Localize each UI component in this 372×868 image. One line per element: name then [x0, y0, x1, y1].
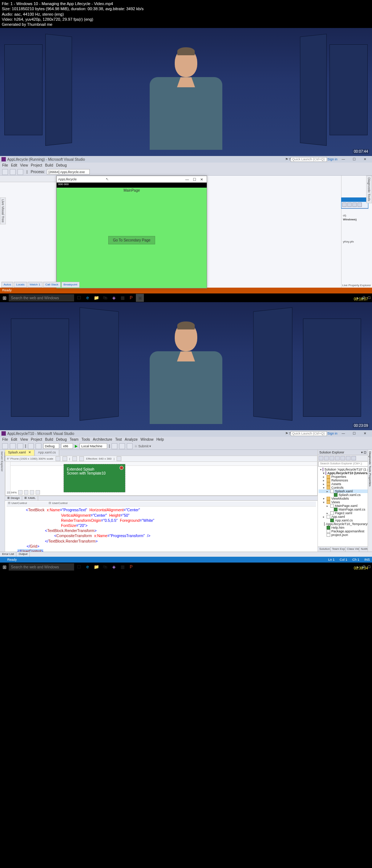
diagnostic-tools-tab[interactable]: Diagnostic Tools	[366, 176, 372, 203]
flag-icon[interactable]: ⚑	[285, 157, 288, 161]
diag-tool-icon[interactable]	[342, 203, 347, 207]
tree-item[interactable]: ▸Assets	[319, 482, 371, 486]
edge-icon[interactable]: e	[84, 294, 92, 302]
toolbar-undo-icon[interactable]	[28, 443, 34, 449]
close-button[interactable]: ✕	[360, 432, 371, 435]
menu-tools[interactable]: Tools	[81, 437, 90, 442]
toolbar-redo-icon[interactable]	[36, 443, 41, 449]
solution-tree[interactable]: ▾Solution 'AppLifecycleT10' (1 project) …	[318, 467, 372, 547]
toolbar-nav-icon[interactable]	[2, 443, 8, 449]
task-view-icon[interactable]: ☐	[75, 563, 83, 571]
sol-tab-class[interactable]: Class Vie...	[345, 547, 359, 552]
tree-item[interactable]: ▸Page2.xaml	[319, 511, 371, 515]
tab-autos[interactable]: Autos	[1, 282, 13, 288]
output-tab[interactable]: Output	[16, 552, 30, 557]
toolbar-open-icon[interactable]	[10, 443, 16, 449]
tree-item[interactable]: App.xaml.cs	[319, 519, 371, 522]
powerpoint-icon[interactable]: P	[127, 294, 135, 302]
toolbar-back-icon[interactable]	[2, 169, 8, 175]
app-minimize-button[interactable]: —	[183, 177, 191, 181]
server-explorer-tab[interactable]: Server Explorer	[0, 451, 4, 549]
file-tab-splash[interactable]: Splash.xaml ✕	[5, 450, 35, 456]
app-maximize-button[interactable]: ☐	[191, 177, 198, 181]
error-list-tab[interactable]: Error List	[0, 552, 16, 557]
menu-file[interactable]: File	[2, 163, 8, 168]
live-visual-tree-tab[interactable]: Live Visual Tree	[0, 197, 6, 224]
flag-icon[interactable]: ⚑	[285, 432, 288, 435]
properties-tab[interactable]: Properties	[368, 473, 372, 487]
zoom-fit-icon[interactable]	[18, 490, 23, 495]
running-app-taskbar-icon[interactable]: ▣	[136, 294, 144, 302]
menu-file[interactable]: File	[2, 437, 8, 442]
live-property-explorer-tab[interactable]: Live Property Explorer	[342, 284, 371, 287]
xaml-editor[interactable]: ⊡ UserControl ⊡ UserControl <TextBlock x…	[5, 501, 318, 552]
menu-view[interactable]: View	[20, 437, 28, 442]
menu-build[interactable]: Build	[45, 163, 53, 168]
menu-debug[interactable]: Debug	[56, 437, 66, 442]
menu-analyze[interactable]: Analyze	[125, 437, 138, 442]
tree-item[interactable]: ▸MainPage.xaml	[319, 504, 371, 508]
sign-in-link[interactable]: Sign in	[327, 432, 338, 435]
tree-item[interactable]: Help.htm	[319, 526, 371, 529]
tree-item[interactable]: ▾ViewModels	[319, 497, 371, 500]
start-button[interactable]: ⊞	[1, 563, 8, 571]
menu-view[interactable]: View	[20, 163, 28, 168]
xaml-split-tab[interactable]: ⊞ XAML	[22, 496, 38, 500]
platform-dropdown[interactable]: x86	[61, 443, 73, 449]
diagnostic-tools-tab[interactable]: Diagnostic Tools	[368, 451, 372, 472]
sol-tab-team[interactable]: Team Expl...	[331, 547, 345, 552]
tree-item[interactable]: ▸References	[319, 479, 371, 482]
toolbar-stop-icon[interactable]	[17, 169, 23, 175]
menu-window[interactable]: Window	[141, 437, 154, 442]
tab-locals[interactable]: Locals	[14, 282, 27, 288]
target-dropdown[interactable]: Local Machine	[80, 443, 107, 449]
tree-item[interactable]: ▸Splash.xaml	[319, 489, 371, 493]
tree-item[interactable]: ▾Views	[319, 500, 371, 504]
tree-item[interactable]: Package.appxmanifest	[319, 529, 371, 533]
app-taskbar-icon[interactable]: ▦	[118, 563, 126, 571]
xaml-code[interactable]: <TextBlock x:Name="ProgressText" Horizon…	[7, 507, 316, 552]
explorer-icon[interactable]: 📁	[92, 563, 100, 571]
tree-item[interactable]: AppLifecycleT10_TemporaryKey.pfx	[319, 522, 371, 526]
toolbar-save-icon[interactable]	[17, 443, 23, 449]
run-icon[interactable]: ▶	[75, 444, 78, 448]
edge-icon[interactable]: e	[84, 563, 92, 571]
task-view-icon[interactable]: ☐	[75, 294, 83, 302]
zoom-level[interactable]: 22.94%	[7, 491, 17, 494]
menu-team[interactable]: Team	[70, 437, 78, 442]
app-close-button[interactable]: ✕	[198, 177, 205, 181]
minimize-button[interactable]: —	[338, 432, 349, 435]
toolbar-pause-icon[interactable]	[10, 169, 16, 175]
tree-item[interactable]: ▸App.xaml	[319, 515, 371, 519]
device-dropdown[interactable]: 5" Phone (1920 x 1080) 300% scale	[7, 457, 53, 460]
process-dropdown[interactable]: [26664] AppLifecycle.exe	[47, 169, 90, 175]
sol-home-icon[interactable]	[319, 456, 323, 460]
menu-project[interactable]: Project	[31, 437, 42, 442]
quick-launch[interactable]: Quick Launch (Ctrl+Q)	[291, 431, 327, 436]
quick-launch[interactable]: Quick Launch (Ctrl+Q)	[291, 157, 327, 162]
menu-test[interactable]: Test	[115, 437, 122, 442]
tab-callstack[interactable]: Call Stack	[43, 282, 61, 288]
tree-item[interactable]: ▸Properties	[319, 475, 371, 479]
file-tab-app[interactable]: App.xaml.cs	[35, 450, 59, 456]
design-surface-splash[interactable]: Extended Splash Screen with Template10	[64, 464, 125, 492]
vs-taskbar-icon[interactable]: ◈	[110, 563, 118, 571]
store-icon[interactable]: 🛍	[101, 563, 109, 571]
explorer-icon[interactable]: 📁	[92, 294, 100, 302]
sol-tab-solution[interactable]: Solution...	[318, 547, 331, 552]
menu-debug[interactable]: Debug	[56, 163, 66, 168]
close-tab-icon[interactable]: ✕	[28, 451, 31, 454]
tab-watch[interactable]: Watch 1	[28, 282, 43, 288]
close-button[interactable]: ✕	[360, 157, 371, 161]
tree-item[interactable]: Splash.xaml.cs	[319, 493, 371, 497]
taskbar-search[interactable]: Search the web and Windows	[9, 294, 74, 301]
app-taskbar-icon[interactable]: ▦	[118, 294, 126, 302]
menu-project[interactable]: Project	[31, 163, 42, 168]
taskbar-search[interactable]: Search the web and Windows	[9, 563, 74, 571]
tab-breakpoints[interactable]: Breakpoint	[61, 282, 80, 288]
go-to-secondary-page-button[interactable]: Go To Secondary Page	[108, 236, 155, 244]
menu-build[interactable]: Build	[45, 437, 53, 442]
tree-item[interactable]: ▾Controls	[319, 486, 371, 489]
tree-item[interactable]: project.json	[319, 533, 371, 537]
solution-search[interactable]: Search Solution Explorer (Ctrl+;)	[318, 461, 372, 467]
